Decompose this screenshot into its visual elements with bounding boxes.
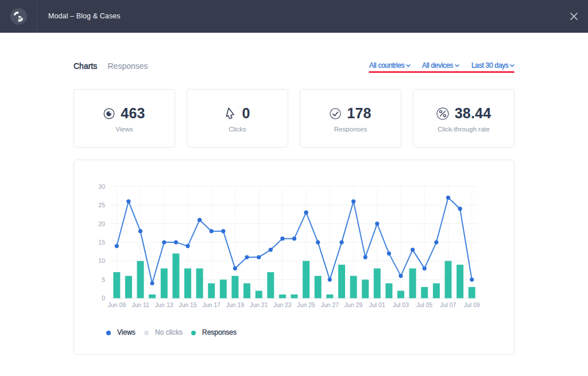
svg-text:Jun 27: Jun 27 (321, 301, 339, 308)
svg-text:Jun 23: Jun 23 (273, 301, 292, 308)
svg-text:Jul 09: Jul 09 (464, 301, 480, 308)
svg-text:Jun 11: Jun 11 (131, 301, 149, 308)
svg-text:Jun 21: Jun 21 (250, 301, 268, 308)
svg-text:Jul 07: Jul 07 (440, 301, 456, 308)
svg-text:20: 20 (98, 220, 105, 227)
svg-text:0: 0 (102, 294, 105, 301)
svg-text:10: 10 (98, 257, 105, 264)
svg-text:Jun 15: Jun 15 (179, 301, 197, 308)
svg-text:15: 15 (98, 239, 105, 246)
svg-text:30: 30 (98, 183, 105, 190)
svg-text:5: 5 (102, 276, 105, 283)
svg-text:25: 25 (98, 201, 105, 208)
svg-text:Jun 25: Jun 25 (297, 301, 315, 308)
svg-text:Jul 03: Jul 03 (393, 301, 409, 308)
svg-text:Jun 29: Jun 29 (345, 301, 363, 308)
svg-text:Jul 05: Jul 05 (416, 301, 432, 308)
svg-text:Jul 01: Jul 01 (369, 301, 385, 308)
svg-text:Jun 17: Jun 17 (202, 301, 220, 308)
svg-text:Jun 13: Jun 13 (155, 301, 173, 308)
svg-text:Jun 09: Jun 09 (108, 301, 126, 308)
svg-text:Jun 19: Jun 19 (226, 301, 245, 308)
